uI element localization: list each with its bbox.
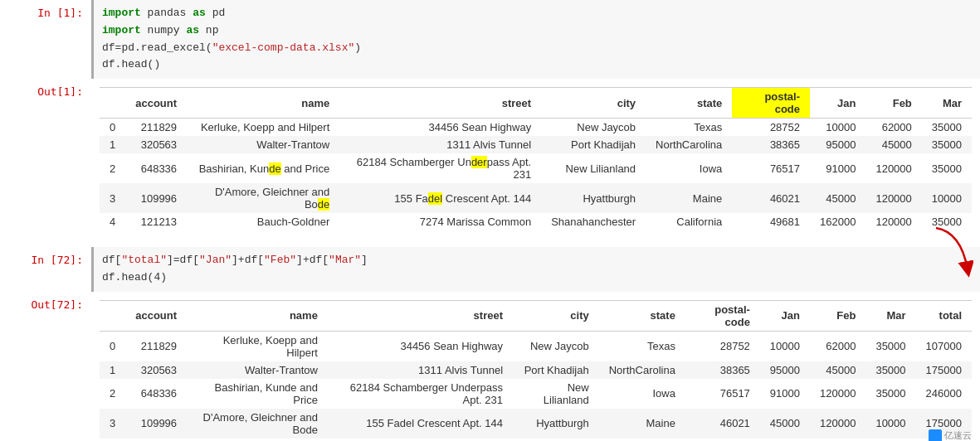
td-jan: 162000 [810, 213, 865, 230]
str-feb-key: "Feb" [264, 254, 296, 266]
td-jan: 95000 [760, 361, 810, 379]
td-feb: 45000 [865, 136, 921, 153]
td-mar: 35000 [865, 379, 915, 409]
td-total: 107000 [916, 331, 972, 361]
watermark: 亿速云 [929, 429, 972, 441]
td-jan: 95000 [810, 136, 865, 153]
table-row: 0 211829 Kerluke, Koepp and Hilpert 3445… [100, 119, 972, 137]
th-feb1: Feb [865, 88, 921, 119]
kw-import2: import [102, 24, 141, 36]
td-idx: 3 [100, 409, 125, 439]
th-account1: account [125, 88, 187, 119]
highlight-under: der [471, 156, 487, 168]
arrow-svg [928, 224, 973, 290]
td-account: 211829 [125, 331, 187, 361]
td-feb: 120000 [810, 379, 865, 409]
cell-out1-content: account name street city state postal-co… [91, 79, 980, 239]
cell-in1: In [1]: import pandas as pd import numpy… [0, 0, 980, 79]
td-postal: 76517 [732, 153, 810, 183]
td-name: Kerluke, Koepp and Hilpert [187, 119, 339, 137]
td-postal: 38365 [685, 361, 760, 379]
td-state: Maine [646, 183, 732, 213]
td-idx: 4 [100, 213, 125, 230]
th-city72: city [513, 300, 599, 331]
th-name1: name [187, 88, 339, 119]
logo-icon [929, 429, 942, 441]
notebook: In [1]: import pandas as pd import numpy… [0, 0, 980, 441]
table-row: 1 320563 Walter-Trantow 1311 Alvis Tunne… [100, 136, 972, 153]
cell-out72-label: Out[72]: [0, 292, 91, 441]
table-row: 2 648336 Bashirian, Kunde and Price 6218… [100, 379, 972, 409]
table-row: 2 648336 Bashirian, Kunde and Price 6218… [100, 153, 972, 183]
th-postalcode72: postal-code [685, 300, 760, 331]
cell-in1-content: import pandas as pd import numpy as np d… [91, 0, 980, 79]
td-mar: 35000 [865, 361, 915, 379]
td-state: Iowa [646, 153, 732, 183]
th-mar72: Mar [865, 300, 915, 331]
td-jan: 45000 [810, 183, 865, 213]
td-postal: 28752 [732, 119, 810, 137]
table-out1: account name street city state postal-co… [100, 87, 972, 230]
td-postal: 38365 [732, 136, 810, 153]
td-street: 34456 Sean Highway [328, 331, 513, 361]
cell-out72-content: account name street city state postal-co… [91, 292, 980, 441]
cell-out1: Out[1]: account name street city state p… [0, 79, 980, 239]
table-out72: account name street city state postal-co… [100, 300, 972, 439]
td-postal: 49681 [732, 213, 810, 230]
cell-out1-label: Out[1]: [0, 79, 91, 239]
td-jan: 91000 [810, 153, 865, 183]
cell-in72-content: df["total"]=df["Jan"]+df["Feb"]+df["Mar"… [91, 247, 980, 292]
td-idx: 0 [100, 331, 125, 361]
td-account: 109996 [125, 409, 187, 439]
td-idx: 1 [100, 136, 125, 153]
th-name72: name [187, 300, 328, 331]
kw-import1: import [102, 7, 141, 19]
table-row: 3 109996 D'Amore, Gleichner and Bode 155… [100, 183, 972, 213]
th-account72: account [125, 300, 187, 331]
td-state: California [646, 213, 732, 230]
td-account: 121213 [125, 213, 187, 230]
td-mar: 35000 [922, 136, 972, 153]
highlight-del: del [428, 192, 442, 205]
cell-in72-label: In [72]: [0, 247, 91, 292]
td-city: New Jaycob [541, 119, 646, 137]
td-city: New Lilianland [541, 153, 646, 183]
td-street: 62184 Schamberger Underpass Apt. 231 [339, 153, 541, 183]
th-street72: street [328, 300, 513, 331]
td-city: Hyattburgh [513, 409, 599, 439]
code-in72: df["total"]=df["Jan"]+df["Feb"]+df["Mar"… [102, 252, 972, 287]
td-feb: 45000 [810, 361, 865, 379]
td-name: D'Amore, Gleichner and Bode [187, 409, 328, 439]
td-city: Hyattburgh [541, 183, 646, 213]
cell-out72: Out[72]: account name street city state … [0, 292, 980, 441]
td-jan: 91000 [760, 379, 810, 409]
td-street: 155 Fadel Crescent Apt. 144 [328, 409, 513, 439]
td-name: Walter-Trantow [187, 136, 339, 153]
th-state1: state [646, 88, 732, 119]
td-street: 155 Fadel Crescent Apt. 144 [339, 183, 541, 213]
td-name: Walter-Trantow [187, 361, 328, 379]
td-state: Iowa [599, 379, 685, 409]
kw-as2: as [186, 24, 199, 36]
td-account: 109996 [125, 183, 187, 213]
td-jan: 10000 [810, 119, 865, 137]
td-mar: 10000 [865, 409, 915, 439]
td-city: Port Khadijah [541, 136, 646, 153]
td-name: Kerluke, Koepp and Hilpert [187, 331, 328, 361]
td-postal: 28752 [685, 331, 760, 361]
code-in1: import pandas as pd import numpy as np d… [102, 5, 972, 74]
td-idx: 0 [100, 119, 125, 137]
td-idx: 1 [100, 361, 125, 379]
separator1 [0, 239, 980, 247]
table-row: 0 211829 Kerluke, Koepp and Hilpert 3445… [100, 331, 972, 361]
cell-in72: In [72]: df["total"]=df["Jan"]+df["Feb"]… [0, 247, 980, 292]
td-street: 62184 Schamberger Underpass Apt. 231 [328, 379, 513, 409]
td-feb: 62000 [810, 331, 865, 361]
td-name: D'Amore, Gleichner and Bode [187, 183, 339, 213]
td-postal: 46021 [732, 183, 810, 213]
td-idx: 2 [100, 379, 125, 409]
td-state: Texas [599, 331, 685, 361]
td-street: 34456 Sean Highway [339, 119, 541, 137]
td-name: Bauch-Goldner [187, 213, 339, 230]
watermark-text: 亿速云 [944, 429, 972, 441]
